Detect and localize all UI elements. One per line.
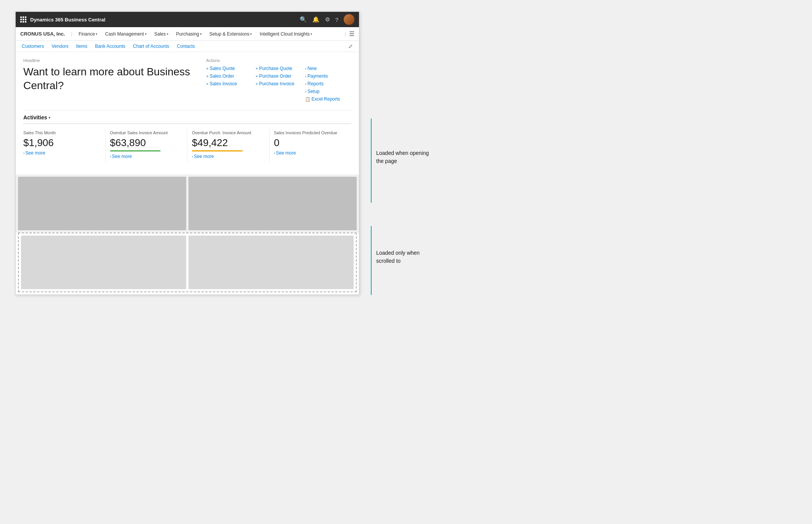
setup-dropdown-arrow: ▾ — [250, 32, 252, 36]
action-excel-reports[interactable]: 📋 Excel Reports — [305, 96, 351, 103]
kpi-bar-yellow — [192, 150, 243, 151]
action-purchase-order[interactable]: + Purchase Order — [255, 73, 302, 80]
panels-section-top — [16, 174, 359, 233]
action-reports[interactable]: › Reports — [305, 80, 351, 87]
panel-bottom-left — [21, 236, 186, 289]
action-sales-invoice[interactable]: + Sales Invoice — [206, 80, 252, 87]
menu-divider: | — [71, 31, 72, 37]
panels-grid-top — [16, 174, 359, 233]
headline-label: Headline — [23, 58, 198, 63]
cloud-dropdown-arrow: ▾ — [310, 32, 312, 36]
action-setup[interactable]: › Setup — [305, 88, 351, 95]
kpi-predicted-overdue: Sales Invoices Predicted Overdue 0 › See… — [270, 129, 352, 162]
kpi-value-overdue-purch: $49,422 — [192, 137, 265, 149]
top-annotation: Loaded when opening the page — [371, 119, 433, 203]
panels-grid-bottom — [19, 233, 356, 291]
sales-dropdown-arrow: ▾ — [167, 32, 169, 36]
kpi-sales-this-month: Sales This Month $1,906 › See more — [23, 129, 106, 162]
company-name: CRONUS USA, Inc. — [20, 31, 65, 37]
kpi-value-predicted: 0 — [274, 137, 347, 149]
nav-setup-extensions[interactable]: Setup & Extensions ▾ — [206, 30, 255, 38]
kpi-see-more-predicted[interactable]: › See more — [274, 150, 347, 156]
activities-divider — [23, 124, 351, 124]
nav-intelligent-cloud[interactable]: Intelligent Cloud Insights ▾ — [257, 30, 315, 38]
nav-sales[interactable]: Sales ▾ — [151, 30, 172, 38]
headline-text: Want to learn more about Business Centra… — [23, 65, 198, 93]
action-empty-4 — [255, 96, 302, 103]
action-payments[interactable]: › Payments — [305, 73, 351, 80]
kpi-value-sales-month: $1,906 — [23, 137, 101, 149]
kpi-bar-green — [110, 150, 161, 151]
activities-header[interactable]: Activities ▾ — [23, 110, 351, 123]
kpi-overdue-sales: Overdue Sales Invoice Amount $63,890 › S… — [106, 129, 188, 162]
actions-section: Actions + Sales Quote + Purchase Quote › — [206, 58, 351, 103]
hamburger-icon[interactable]: ☰ — [349, 30, 354, 37]
top-annotation-text: Loaded when opening the page — [372, 149, 433, 165]
bottom-annotation: Loaded only when scrolled to — [371, 226, 433, 295]
settings-icon[interactable]: ⚙ — [325, 16, 330, 23]
top-bar: Dynamics 365 Business Central 🔍 🔔 ⚙ ? — [16, 12, 359, 27]
quicklink-vendors[interactable]: Vendors — [52, 44, 68, 49]
bottom-annotation-text: Loaded only when scrolled to — [372, 249, 433, 265]
kpi-see-more-overdue-sales[interactable]: › See more — [110, 154, 183, 159]
activities-title: Activities — [23, 114, 47, 120]
notification-icon[interactable]: 🔔 — [312, 16, 320, 23]
nav-finance[interactable]: Finance ▾ — [75, 30, 101, 38]
quicklink-items[interactable]: Items — [76, 44, 87, 49]
cash-mgmt-dropdown-arrow: ▾ — [145, 32, 147, 36]
help-icon[interactable]: ? — [335, 16, 338, 23]
kpi-label-sales-month: Sales This Month — [23, 130, 101, 135]
action-sales-quote[interactable]: + Sales Quote — [206, 65, 252, 72]
avatar[interactable] — [344, 14, 354, 25]
nav-purchasing[interactable]: Purchasing ▾ — [173, 30, 205, 38]
finance-dropdown-arrow: ▾ — [96, 32, 97, 36]
expand-icon[interactable]: ⤢ — [348, 43, 353, 49]
quicklink-chart-of-accounts[interactable]: Chart of Accounts — [133, 44, 169, 49]
action-empty-1 — [206, 88, 252, 95]
action-sales-order[interactable]: + Sales Order — [206, 73, 252, 80]
action-purchase-quote[interactable]: + Purchase Quote — [255, 65, 302, 72]
search-icon[interactable]: 🔍 — [300, 16, 307, 23]
activities-dropdown-arrow: ▾ — [49, 116, 50, 120]
quick-links: Customers Vendors Items Bank Accounts Ch… — [16, 41, 359, 52]
quicklink-customers[interactable]: Customers — [22, 44, 44, 49]
menu-right-divider: | — [345, 31, 346, 37]
kpi-grid: Sales This Month $1,906 › See more Overd… — [23, 129, 351, 162]
action-new[interactable]: › New — [305, 65, 351, 72]
waffle-icon[interactable] — [20, 16, 26, 23]
kpi-see-more-overdue-purch[interactable]: › See more — [192, 154, 265, 159]
top-bar-right: 🔍 🔔 ⚙ ? — [300, 14, 354, 25]
kpi-see-more-sales-month[interactable]: › See more — [23, 150, 101, 156]
panel-bottom-right — [188, 236, 354, 289]
action-empty-2 — [255, 88, 302, 95]
quicklink-bank-accounts[interactable]: Bank Accounts — [95, 44, 125, 49]
annotations-container: Loaded when opening the page Loaded only… — [367, 11, 433, 295]
main-content: Headline Want to learn more about Busine… — [16, 52, 359, 174]
kpi-label-overdue-purch: Overdue Purch. Invoice Amount — [192, 130, 265, 135]
menu-bar: CRONUS USA, Inc. | Finance ▾ Cash Manage… — [16, 27, 359, 41]
quicklink-contacts[interactable]: Contacts — [177, 44, 195, 49]
panel-top-left — [18, 177, 186, 230]
purchasing-dropdown-arrow: ▾ — [200, 32, 202, 36]
kpi-value-overdue-sales: $63,890 — [110, 137, 183, 149]
action-purchase-invoice[interactable]: + Purchase Invoice — [255, 80, 302, 87]
dashed-section — [18, 233, 357, 292]
headline-actions: Headline Want to learn more about Busine… — [23, 58, 351, 103]
kpi-overdue-purch: Overdue Purch. Invoice Amount $49,422 › … — [187, 129, 270, 162]
kpi-label-overdue-sales: Overdue Sales Invoice Amount — [110, 130, 183, 135]
nav-cash-management[interactable]: Cash Management ▾ — [102, 30, 149, 38]
actions-label: Actions — [206, 58, 351, 63]
top-bar-left: Dynamics 365 Business Central — [20, 16, 106, 23]
action-empty-3 — [206, 96, 252, 103]
browser-frame: Dynamics 365 Business Central 🔍 🔔 ⚙ ? CR… — [15, 11, 359, 295]
app-title: Dynamics 365 Business Central — [30, 17, 106, 23]
actions-grid: + Sales Quote + Purchase Quote › New — [206, 65, 351, 103]
headline-section: Headline Want to learn more about Busine… — [23, 58, 198, 103]
kpi-label-predicted: Sales Invoices Predicted Overdue — [274, 130, 347, 135]
panel-top-right — [188, 177, 357, 230]
